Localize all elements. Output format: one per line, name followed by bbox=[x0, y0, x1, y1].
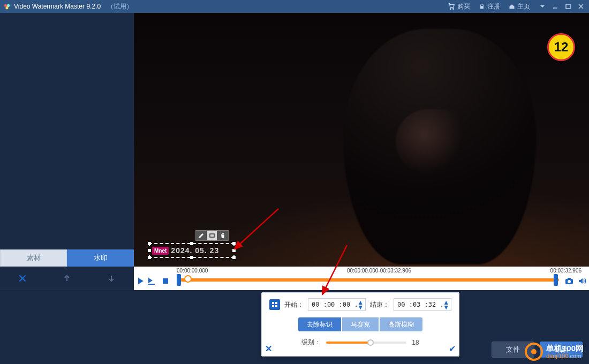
spinner-down[interactable]: ▼ bbox=[442, 305, 450, 309]
play-range-icon bbox=[147, 276, 156, 286]
cart-icon bbox=[448, 3, 455, 10]
svg-rect-10 bbox=[210, 234, 214, 237]
start-time-label: 开始： bbox=[284, 300, 304, 309]
brand-logo-icon bbox=[525, 343, 543, 361]
svg-rect-15 bbox=[568, 278, 571, 279]
snapshot-button[interactable] bbox=[564, 276, 574, 286]
home-button[interactable]: 主页 bbox=[509, 2, 530, 11]
svg-rect-19 bbox=[275, 305, 277, 307]
move-up-button[interactable] bbox=[56, 271, 78, 286]
home-icon bbox=[509, 3, 515, 10]
svg-point-14 bbox=[568, 280, 571, 283]
titlebar: Video Watermark Master 9.2.0 （试用） 购买 注册 … bbox=[0, 0, 589, 13]
trial-label: （试用） bbox=[107, 2, 133, 11]
rating-badge: 12 bbox=[547, 33, 575, 61]
method-remove-button[interactable]: 去除标识 bbox=[298, 317, 341, 331]
resize-handle[interactable] bbox=[232, 249, 236, 252]
watermark-date: 2024. 05. 23 bbox=[171, 246, 219, 255]
delete-selection-button[interactable] bbox=[217, 231, 228, 240]
start-time-spinner[interactable]: ▲▼ bbox=[308, 298, 366, 311]
tab-watermark[interactable]: 水印 bbox=[67, 249, 134, 267]
timeline-track[interactable] bbox=[177, 278, 559, 282]
timeline-end-marker[interactable] bbox=[554, 274, 558, 286]
watermark-channel: Mnet bbox=[152, 247, 169, 255]
spinner-down[interactable]: ▼ bbox=[357, 305, 364, 309]
dropdown-button[interactable] bbox=[538, 2, 547, 11]
level-value: 18 bbox=[412, 339, 419, 346]
start-time-input[interactable] bbox=[312, 301, 357, 308]
trash-icon bbox=[220, 232, 226, 239]
svg-rect-7 bbox=[566, 4, 570, 9]
end-time-label: 结束： bbox=[370, 300, 389, 309]
resize-handle[interactable] bbox=[232, 256, 236, 259]
volume-button[interactable] bbox=[577, 276, 587, 286]
close-icon bbox=[18, 274, 27, 283]
timeline-playhead[interactable] bbox=[184, 275, 192, 283]
minimize-button[interactable] bbox=[550, 2, 560, 11]
timeline-range-label: 00:00:00.000-00:03:32.906 bbox=[347, 268, 411, 274]
svg-rect-18 bbox=[272, 305, 274, 307]
resize-handle[interactable] bbox=[232, 242, 236, 245]
app-logo-icon bbox=[3, 3, 11, 10]
camera-icon bbox=[564, 276, 574, 286]
play-range-button[interactable] bbox=[147, 276, 156, 286]
frame-icon bbox=[209, 232, 215, 239]
svg-point-1 bbox=[7, 4, 10, 7]
site-watermark: 单机100网 danji100.com bbox=[525, 343, 584, 361]
watermark-selection[interactable]: Mnet 2024. 05. 23 bbox=[149, 243, 235, 258]
level-slider[interactable] bbox=[326, 342, 406, 344]
brand-name-cn: 单机100网 bbox=[546, 344, 584, 353]
sidebar: 素材 水印 bbox=[0, 13, 134, 267]
maximize-button[interactable] bbox=[563, 2, 573, 11]
method-mosaic-button[interactable]: 马赛克 bbox=[342, 317, 379, 331]
resize-handle[interactable] bbox=[190, 256, 193, 259]
remove-item-button[interactable] bbox=[12, 271, 33, 286]
end-time-spinner[interactable]: ▲▼ bbox=[394, 298, 451, 311]
method-gauss-button[interactable]: 高斯模糊 bbox=[380, 317, 422, 331]
chevron-down-icon bbox=[539, 3, 546, 10]
brand-url: danji100.com bbox=[546, 353, 584, 360]
timeline-end-label: 00:03:32.906 bbox=[550, 268, 582, 274]
play-icon bbox=[137, 277, 145, 285]
frame-selection-button[interactable] bbox=[207, 231, 217, 240]
timeline-start-label: 00:00:00.000 bbox=[177, 268, 208, 274]
stop-icon bbox=[163, 278, 168, 284]
settings-panel: 开始： ▲▼ 结束： ▲▼ 去除标识 马赛克 高斯模糊 级别： 18 ✕ ✔ bbox=[261, 292, 459, 357]
resize-handle[interactable] bbox=[148, 242, 151, 245]
end-time-input[interactable] bbox=[397, 301, 442, 308]
play-button[interactable] bbox=[136, 276, 146, 286]
app-title: Video Watermark Master 9.2.0 bbox=[14, 3, 101, 10]
move-down-button[interactable] bbox=[101, 271, 122, 286]
buy-button[interactable]: 购买 bbox=[448, 2, 470, 11]
timeline-start-marker[interactable] bbox=[177, 274, 181, 286]
region-icon bbox=[269, 299, 280, 310]
edit-selection-button[interactable] bbox=[196, 231, 207, 240]
pencil-icon bbox=[198, 232, 205, 239]
tab-material[interactable]: 素材 bbox=[0, 249, 67, 267]
svg-point-4 bbox=[453, 9, 454, 10]
resize-handle[interactable] bbox=[148, 256, 151, 259]
svg-point-2 bbox=[5, 6, 8, 9]
settings-confirm-button[interactable]: ✔ bbox=[449, 344, 456, 354]
volume-icon bbox=[578, 277, 586, 285]
timeline: 00:00:00.000 00:00:00.000-00:03:32.906 0… bbox=[134, 267, 589, 290]
resize-handle[interactable] bbox=[190, 242, 193, 245]
settings-cancel-button[interactable]: ✕ bbox=[265, 344, 272, 354]
svg-rect-16 bbox=[272, 302, 274, 304]
stop-button[interactable] bbox=[161, 276, 170, 286]
lock-icon bbox=[479, 3, 485, 10]
video-preview[interactable]: 12 Mnet 2024. 05. 23 bbox=[134, 13, 589, 267]
arrow-up-icon bbox=[63, 274, 71, 283]
resize-handle[interactable] bbox=[148, 249, 151, 252]
main-area: 素材 水印 12 Mnet 2024. 05. 23 bbox=[0, 13, 589, 267]
svg-rect-17 bbox=[275, 302, 277, 304]
selection-toolbar bbox=[195, 230, 229, 241]
slider-thumb[interactable] bbox=[367, 339, 374, 346]
close-button[interactable] bbox=[576, 2, 586, 11]
svg-point-0 bbox=[4, 4, 7, 7]
svg-rect-5 bbox=[480, 6, 484, 9]
level-label: 级别： bbox=[301, 338, 321, 347]
arrow-down-icon bbox=[107, 274, 116, 283]
svg-point-3 bbox=[450, 9, 451, 10]
register-button[interactable]: 注册 bbox=[479, 2, 500, 11]
